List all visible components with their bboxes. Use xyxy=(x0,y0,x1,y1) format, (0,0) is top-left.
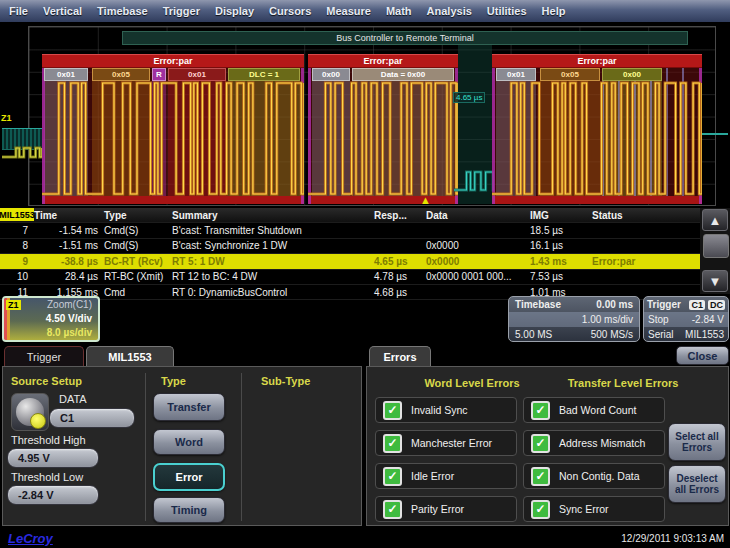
trigger-kind: Serial xyxy=(648,329,674,340)
threshold-high-field[interactable]: 4.95 V xyxy=(7,448,99,468)
checkbox-checked-icon[interactable]: ✓ xyxy=(531,434,550,453)
decode-field: DLC = 1 xyxy=(228,68,300,81)
timebase-title: Timebase xyxy=(515,299,561,310)
menu-vertical[interactable]: Vertical xyxy=(43,5,82,17)
menu-help[interactable]: Help xyxy=(542,5,566,17)
descriptor-vdiv: 4.50 V/div xyxy=(4,312,98,326)
word-level-title: Word Level Errors xyxy=(401,377,543,389)
timebase-summary-box[interactable]: Timebase 0.00 ms 1.00 ms/div 5.00 MS 500… xyxy=(508,296,640,342)
menu-trigger[interactable]: Trigger xyxy=(163,5,200,17)
lecroy-logo: LeCroy xyxy=(8,531,53,546)
type-error-button[interactable]: Error xyxy=(153,463,225,491)
checkbox-checked-icon[interactable]: ✓ xyxy=(383,434,402,453)
decoded-burst-1: Error:par 0x01 0x05 R 0x01 DLC = 1 xyxy=(42,54,304,204)
tab-errors[interactable]: Errors xyxy=(369,346,431,367)
trigger-title: Trigger xyxy=(647,299,681,310)
menu-utilities[interactable]: Utilities xyxy=(487,5,527,17)
descriptor-tdiv: 8.0 µs/div xyxy=(4,326,98,340)
checkbox-checked-icon[interactable]: ✓ xyxy=(531,467,550,486)
deselect-all-errors-button[interactable]: Deselect all Errors xyxy=(668,465,726,503)
checkbox-checked-icon[interactable]: ✓ xyxy=(531,401,550,420)
zoom-source-trace xyxy=(2,146,42,159)
trigger-protocol: MIL1553 xyxy=(685,329,724,340)
decode-table: Time Type Summary Resp... Data IMG Statu… xyxy=(0,208,700,294)
decode-field: 0x01 xyxy=(44,68,88,81)
decode-field: 0x05 xyxy=(92,68,150,81)
menu-cursors[interactable]: Cursors xyxy=(269,5,311,17)
source-channel-field[interactable]: C1 xyxy=(49,408,135,428)
trigger-coupling-badge: DC xyxy=(708,300,725,310)
source-knob[interactable] xyxy=(11,393,49,431)
error-band: Error:par xyxy=(308,54,458,68)
table-row[interactable]: 7-1.54 ms Cmd(S)B'cast: Transmitter Shut… xyxy=(0,223,700,238)
decode-table-header: Time Type Summary Resp... Data IMG Statu… xyxy=(0,208,700,223)
timebase-samples: 5.00 MS xyxy=(515,329,552,340)
checkbox-checked-icon[interactable]: ✓ xyxy=(383,500,402,519)
error-checkbox-idle[interactable]: ✓ Idle Error xyxy=(375,463,517,489)
trigger-summary-box[interactable]: Trigger C1 DC Stop -2.84 V Serial MIL155… xyxy=(643,296,729,342)
type-title: Type xyxy=(161,375,186,387)
source-setup-title: Source Setup xyxy=(11,375,82,387)
table-scrollbar[interactable]: ▲ ▼ xyxy=(700,208,730,294)
decode-field: Data = 0x00 xyxy=(352,68,454,81)
error-checkbox-bad-word-count[interactable]: ✓ Bad Word Count xyxy=(523,397,665,423)
checkbox-checked-icon[interactable]: ✓ xyxy=(383,401,402,420)
close-button[interactable]: Close xyxy=(676,346,729,365)
error-band: Error:par xyxy=(42,54,304,68)
threshold-high-label: Threshold High xyxy=(11,434,86,446)
menu-timebase[interactable]: Timebase xyxy=(97,5,148,17)
z1-badge: Z1 xyxy=(6,300,21,310)
tab-trigger[interactable]: Trigger xyxy=(4,346,84,367)
mil1553-setup-panel: Source Setup DATA C1 Threshold High 4.95… xyxy=(2,366,362,526)
decoded-burst-3: Error:par 0x01 0x05 0x00 xyxy=(492,54,702,204)
error-checkbox-address-mismatch[interactable]: ✓ Address Mismatch xyxy=(523,430,665,456)
scrollbar-thumb[interactable] xyxy=(703,234,729,258)
error-checkbox-invalid-sync[interactable]: ✓ Invalid Sync xyxy=(375,397,517,423)
menu-math[interactable]: Math xyxy=(386,5,412,17)
transfer-annotation-band: Bus Controller to Remote Terminal xyxy=(122,31,688,45)
threshold-low-field[interactable]: -2.84 V xyxy=(7,485,99,505)
menu-file[interactable]: File xyxy=(9,5,28,17)
timebase-rate: 500 MS/s xyxy=(591,329,633,340)
checkbox-checked-icon[interactable]: ✓ xyxy=(383,467,402,486)
table-row[interactable]: 1028.4 µs RT-BC (Xmit)RT 12 to BC: 4 DW … xyxy=(0,270,700,285)
decode-field: 0x05 xyxy=(540,68,600,81)
trigger-position-marker: ▲ xyxy=(420,194,431,206)
menu-measure[interactable]: Measure xyxy=(326,5,371,17)
oscilloscope-screen: File Vertical Timebase Trigger Display C… xyxy=(0,0,730,548)
decode-field: 0x00 xyxy=(312,68,350,81)
trigger-mode: Stop xyxy=(648,314,669,325)
decode-field: 0x01 xyxy=(168,68,226,81)
error-band: Error:par xyxy=(492,54,702,68)
knob-indicator-icon xyxy=(30,413,46,429)
menu-analysis[interactable]: Analysis xyxy=(427,5,472,17)
menu-bar: File Vertical Timebase Trigger Display C… xyxy=(0,0,730,22)
decoder-lane-label[interactable]: MIL1553 xyxy=(0,208,34,221)
threshold-low-label: Threshold Low xyxy=(11,471,83,483)
decode-field: R xyxy=(152,68,166,81)
idle-bus-trace xyxy=(454,170,494,192)
mil1553-waveform xyxy=(308,81,458,196)
type-transfer-button[interactable]: Transfer xyxy=(153,393,225,421)
error-checkbox-parity[interactable]: ✓ Parity Error xyxy=(375,496,517,522)
scroll-down-button[interactable]: ▼ xyxy=(702,270,728,292)
table-row-selected[interactable]: 9-38.8 µs BC-RT (Rcv)RT 5: 1 DW 4.65 µs0… xyxy=(0,254,700,269)
error-checkbox-manchester[interactable]: ✓ Manchester Error xyxy=(375,430,517,456)
zoom-trace-tag: Z1 xyxy=(1,113,12,123)
decode-field: 0x00 xyxy=(602,68,662,81)
error-checkbox-sync-error[interactable]: ✓ Sync Error xyxy=(523,496,665,522)
error-checkbox-non-contig-data[interactable]: ✓ Non Contig. Data xyxy=(523,463,665,489)
scroll-up-button[interactable]: ▲ xyxy=(702,209,728,231)
response-time-cursor-label: 4.65 µs xyxy=(453,92,485,103)
zoom-channel-descriptor[interactable]: Z1 Zoom(C1) 4.50 V/div 8.0 µs/div xyxy=(2,296,100,342)
timebase-delay: 0.00 ms xyxy=(596,299,633,310)
type-timing-button[interactable]: Timing xyxy=(153,497,225,523)
data-label: DATA xyxy=(59,393,87,405)
select-all-errors-button[interactable]: Select all Errors xyxy=(668,423,726,461)
decoded-burst-2: Error:par 0x00 Data = 0x00 xyxy=(308,54,458,204)
table-row[interactable]: 8-1.51 ms Cmd(S)B'cast: Synchronize 1 DW… xyxy=(0,239,700,254)
menu-display[interactable]: Display xyxy=(215,5,254,17)
type-word-button[interactable]: Word xyxy=(153,429,225,455)
tab-mil1553[interactable]: MIL1553 xyxy=(86,346,174,367)
checkbox-checked-icon[interactable]: ✓ xyxy=(531,500,550,519)
